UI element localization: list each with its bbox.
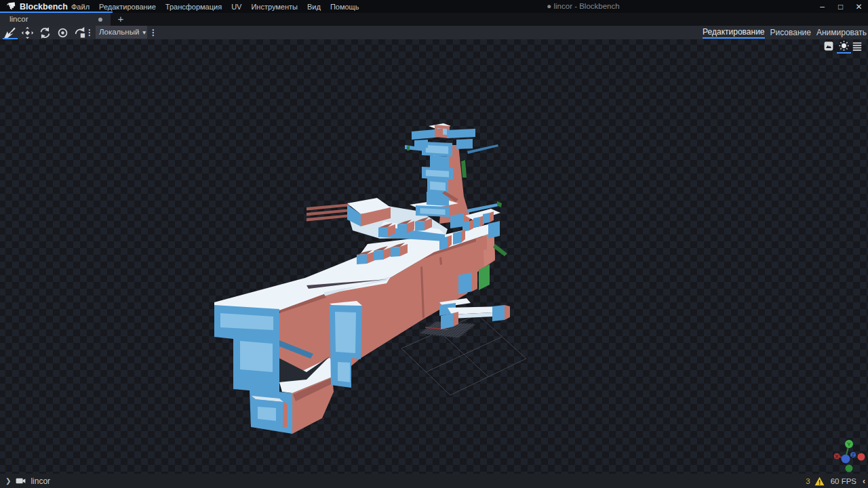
svg-text:Z: Z [852, 452, 855, 458]
svg-text:X: X [835, 453, 839, 460]
svg-text:Y: Y [847, 441, 851, 447]
